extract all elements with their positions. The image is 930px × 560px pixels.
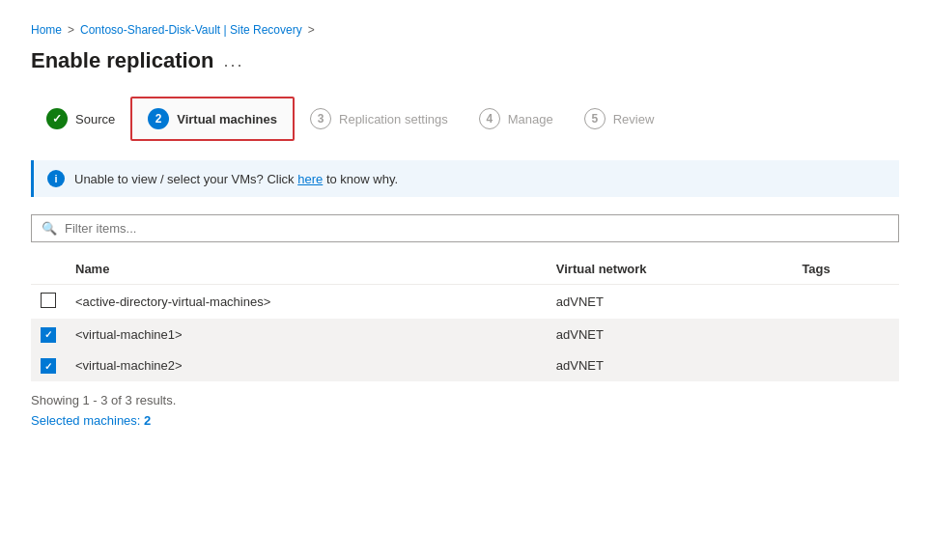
cell-name-row-3: <virtual-machine2>: [66, 350, 547, 382]
page-title-container: Enable replication ...: [31, 48, 899, 73]
results-summary: Showing 1 - 3 of 3 results.: [31, 393, 899, 407]
col-header-tags: Tags: [792, 254, 899, 285]
checkbox-row-1[interactable]: [41, 293, 56, 308]
step-source[interactable]: ✓ Source: [31, 98, 130, 139]
checkbox-row-2[interactable]: [41, 327, 56, 343]
info-banner: i Unable to view / select your VMs? Clic…: [31, 160, 899, 197]
cell-vnet-row-2: adVNET: [547, 319, 793, 350]
step-manage-label: Manage: [508, 112, 553, 126]
step-source-label: Source: [75, 112, 115, 126]
breadcrumb-vault[interactable]: Contoso-Shared-Disk-Vault | Site Recover…: [80, 23, 302, 37]
step-source-circle: ✓: [46, 108, 68, 129]
step-vm-label: Virtual machines: [177, 112, 277, 126]
breadcrumb-separator-1: >: [68, 23, 74, 37]
info-text-after: to know why.: [326, 172, 398, 186]
selected-machines-count: 2: [144, 413, 151, 428]
col-header-virtual-network: Virtual network: [547, 254, 793, 285]
cell-tags-row-3: [792, 350, 899, 382]
col-header-name: Name: [66, 254, 547, 285]
step-virtual-machines[interactable]: 2 Virtual machines: [130, 97, 295, 141]
step-rep-label: Replication settings: [339, 112, 448, 126]
step-review-circle: 5: [584, 108, 606, 129]
step-replication-settings[interactable]: 3 Replication settings: [295, 98, 464, 139]
checkbox-row-3[interactable]: [41, 358, 56, 374]
info-text-before: Unable to view / select your VMs? Click: [74, 172, 295, 186]
cell-tags-row-1: [792, 285, 899, 320]
step-rep-circle: 3: [310, 108, 331, 129]
info-icon: i: [47, 170, 65, 187]
step-manage-circle: 4: [479, 108, 500, 129]
info-link[interactable]: here: [297, 172, 323, 186]
page-title-ellipsis[interactable]: ...: [224, 51, 244, 71]
table-row: <active-directory-virtual-machines>adVNE…: [31, 285, 899, 320]
search-icon: 🔍: [42, 221, 57, 236]
cell-name-row-2: <virtual-machine1>: [66, 319, 547, 350]
filter-box[interactable]: 🔍: [31, 214, 899, 242]
vm-table: Name Virtual network Tags <active-direct…: [31, 254, 899, 381]
breadcrumb: Home > Contoso-Shared-Disk-Vault | Site …: [31, 23, 899, 37]
col-header-checkbox: [31, 254, 66, 285]
info-text: Unable to view / select your VMs? Click …: [74, 172, 398, 186]
search-input[interactable]: [65, 221, 888, 236]
cell-vnet-row-3: adVNET: [547, 350, 793, 382]
cell-vnet-row-1: adVNET: [547, 285, 793, 320]
table-row: <virtual-machine2>adVNET: [31, 350, 899, 382]
step-review[interactable]: 5 Review: [569, 98, 670, 139]
selected-machines-label: Selected machines:: [31, 413, 140, 428]
page-title: Enable replication: [31, 48, 214, 73]
step-review-label: Review: [613, 112, 655, 126]
breadcrumb-home[interactable]: Home: [31, 23, 62, 37]
breadcrumb-separator-2: >: [308, 23, 315, 37]
step-vm-circle: 2: [148, 108, 169, 129]
cell-name-row-1: <active-directory-virtual-machines>: [66, 285, 547, 320]
table-header-row: Name Virtual network Tags: [31, 254, 899, 285]
table-row: <virtual-machine1>adVNET: [31, 319, 899, 350]
cell-tags-row-2: [792, 319, 899, 350]
wizard-steps: ✓ Source 2 Virtual machines 3 Replicatio…: [31, 97, 899, 141]
step-manage[interactable]: 4 Manage: [464, 98, 569, 139]
selected-machines-line: Selected machines: 2: [31, 413, 899, 428]
